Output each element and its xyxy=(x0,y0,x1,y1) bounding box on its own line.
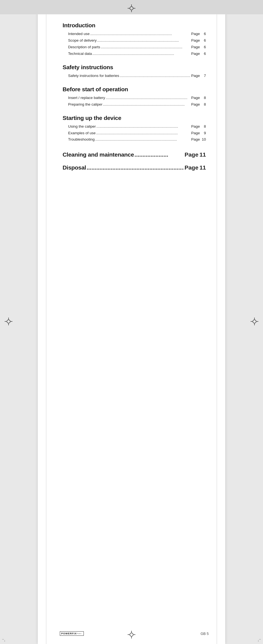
crosshair-top xyxy=(128,4,135,12)
section-title-before-start: Before start of operation xyxy=(63,86,206,93)
toc-entry-intended-use: Intended use ...........................… xyxy=(63,31,206,37)
toc-page-num: 6 xyxy=(201,44,206,50)
toc-page-num: 10 xyxy=(201,136,206,143)
toc-entry-troubleshooting: Troubleshooting ........................… xyxy=(63,136,206,143)
toc-section-cleaning: Cleaning and maintenance ...............… xyxy=(63,150,206,160)
toc-entry-technical: Technical data .........................… xyxy=(63,51,206,57)
toc-entry-text: Safety instructions for batteries xyxy=(68,73,119,79)
brand-name: POWERFIX xyxy=(61,632,77,635)
toc-entry-text: Disposal xyxy=(63,163,86,173)
section-title-introduction: Introduction xyxy=(63,22,206,29)
toc-page-label: Page xyxy=(191,136,200,143)
toc-entry-text: Troubleshooting xyxy=(68,136,95,143)
toc-entry-text: Technical data xyxy=(68,51,92,57)
toc-page-label: Page xyxy=(184,150,198,160)
toc-page-label: Page xyxy=(191,31,200,37)
crosshair-left xyxy=(5,318,12,326)
svg-point-18 xyxy=(253,320,256,323)
toc-entry-text: Examples of use xyxy=(68,130,96,136)
toc-entry-examples: Examples of use ........................… xyxy=(63,130,206,137)
toc-section-safety: Safety instructions Safety instructions … xyxy=(63,64,206,79)
toc-section-before-start: Before start of operation Insert / repla… xyxy=(63,86,206,108)
toc-section-disposal: Disposal ...............................… xyxy=(63,163,206,173)
toc-page-num: 6 xyxy=(201,37,206,44)
toc-page-num: 11 xyxy=(200,163,206,173)
toc-dots: ........................................… xyxy=(90,31,190,37)
toc-entry-description: Description of parts ...................… xyxy=(63,44,206,51)
toc-entry-text: Cleaning and maintenance xyxy=(63,150,134,160)
crosshair-right xyxy=(251,318,258,326)
toc-page-label: Page xyxy=(191,130,200,136)
toc-entry-text: Description of parts xyxy=(68,44,100,50)
toc-entry-disposal: Disposal ...............................… xyxy=(63,163,206,173)
corner-mark-bottom-left xyxy=(2,637,7,642)
toc-dots: ........................................… xyxy=(96,130,191,137)
toc-dots: ........................................… xyxy=(87,163,184,173)
svg-point-13 xyxy=(7,320,10,323)
toc-page-label: Page xyxy=(191,44,200,50)
toc-entry-text: Preparing the caliper xyxy=(68,101,103,108)
toc-page-num: 8 xyxy=(201,95,206,101)
toc-page-label: Page xyxy=(191,37,200,44)
toc-entry-scope: Scope of delivery ......................… xyxy=(63,37,206,44)
toc-page-num: 6 xyxy=(201,51,206,57)
toc-page-label: Page xyxy=(191,73,200,79)
toc-page-num: 8 xyxy=(201,101,206,108)
toc-page-label: Page xyxy=(184,163,198,173)
toc-page-num: 8 xyxy=(201,124,206,130)
document-page: Introduction Intended use ..............… xyxy=(38,0,225,644)
toc-entry-preparing-caliper: Preparing the caliper ..................… xyxy=(63,101,206,108)
toc-page-num: 6 xyxy=(201,31,206,37)
brand-sub: Profi+ xyxy=(77,633,82,634)
toc-dots: ........................................… xyxy=(95,136,190,143)
toc-dots: ........................................… xyxy=(103,101,191,108)
toc-page-label: Page xyxy=(191,101,200,108)
toc-dots: ..................... xyxy=(135,150,184,160)
svg-point-23 xyxy=(130,633,133,636)
toc-dots: ........................................… xyxy=(96,124,191,130)
toc-page-label: Page xyxy=(191,95,200,101)
toc-page-num: 11 xyxy=(200,150,206,160)
toc-section-introduction: Introduction Intended use ..............… xyxy=(63,22,206,57)
toc-dots: ........................................… xyxy=(92,51,190,57)
toc-page-label: Page xyxy=(191,124,200,130)
toc-dots: ........................................… xyxy=(120,73,190,79)
toc-dots: ........................................… xyxy=(106,95,190,101)
toc-entry-insert-battery: Insert / replace battery ...............… xyxy=(63,95,206,101)
toc-page-label: Page xyxy=(191,51,200,57)
section-title-starting-up: Starting up the device xyxy=(63,115,206,121)
crosshair-bottom xyxy=(128,631,135,640)
corner-mark-bottom-right xyxy=(256,637,261,642)
footer-page-number: GB 5 xyxy=(200,632,209,636)
toc-entry-text: Insert / replace battery xyxy=(68,95,105,101)
toc-page-num: 7 xyxy=(201,73,206,79)
toc-section-starting-up: Starting up the device Using the caliper… xyxy=(63,115,206,143)
toc-entry-text: Intended use xyxy=(68,31,90,37)
toc-dots: ........................................… xyxy=(97,37,191,44)
toc-entry-text: Scope of delivery xyxy=(68,37,97,44)
brand-logo: POWERFIX Profi+ xyxy=(60,631,84,636)
toc-page-num: 9 xyxy=(201,130,206,136)
toc-dots: ........................................… xyxy=(101,44,190,51)
svg-point-8 xyxy=(130,7,133,10)
toc-entry-cleaning: Cleaning and maintenance ...............… xyxy=(63,150,206,160)
page-wrapper: Introduction Intended use ..............… xyxy=(0,0,263,644)
toc-entry-using-caliper: Using the caliper ......................… xyxy=(63,124,206,130)
toc-entry-safety-batteries: Safety instructions for batteries ......… xyxy=(63,73,206,79)
toc-entry-text: Using the caliper xyxy=(68,124,96,130)
toc-content: Introduction Intended use ..............… xyxy=(38,0,225,202)
section-title-safety: Safety instructions xyxy=(63,64,206,71)
